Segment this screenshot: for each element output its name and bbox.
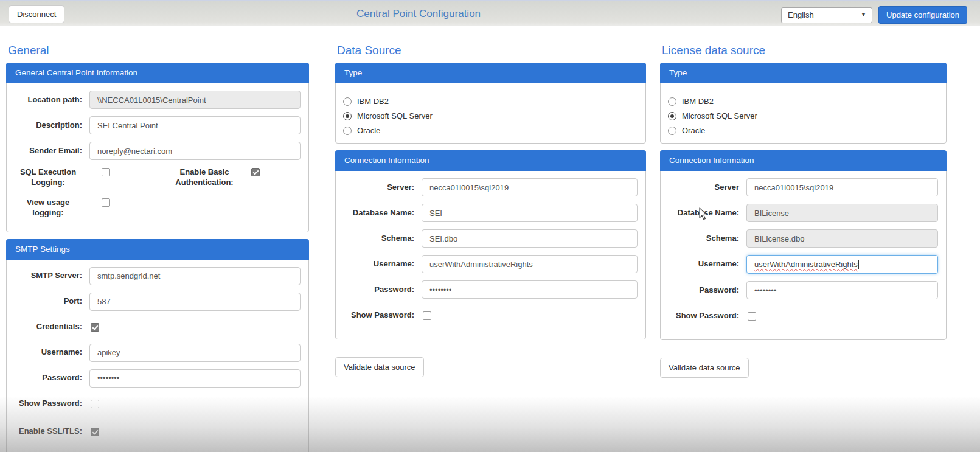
license-type-panel: Type IBM DB2 Microsoft SQL Server Oracle — [660, 63, 947, 144]
ds-database-name-input[interactable] — [422, 204, 638, 222]
license-type-option-mssql[interactable]: Microsoft SQL Server — [668, 111, 939, 120]
mssql-radio[interactable] — [343, 112, 352, 120]
license-data-source-heading: License data source — [662, 44, 947, 57]
data-source-type-option-ibm-db2[interactable]: IBM DB2 — [343, 97, 638, 106]
smtp-password-label: Password: — [14, 373, 82, 383]
text-caret — [858, 260, 859, 269]
lic-server-input[interactable] — [746, 178, 938, 196]
license-validate-data-source-button[interactable]: Validate data source — [660, 358, 749, 378]
ds-schema-input[interactable] — [422, 229, 638, 248]
smtp-server-input[interactable] — [89, 267, 301, 285]
location-path-label: Location path: — [14, 95, 82, 105]
mssql-radio-label: Microsoft SQL Server — [357, 111, 433, 120]
enable-basic-authentication-label: Enable Basic Authentication: — [169, 167, 240, 188]
description-input[interactable] — [89, 116, 301, 134]
smtp-username-label: Username: — [14, 347, 82, 358]
data-source-type-panel: Type IBM DB2 Microsoft SQL Server Oracle — [335, 63, 646, 144]
main-content: General General Central Point Informatio… — [0, 26, 980, 452]
enable-ssl-tls-checkbox[interactable] — [91, 428, 99, 436]
lic-username-value: userWithAdministrativeRights — [754, 260, 858, 269]
chevron-down-icon: ▼ — [861, 12, 866, 18]
smtp-password-input[interactable] — [89, 369, 301, 388]
smtp-show-password-label: Show Password: — [14, 398, 82, 409]
lic-password-label: Password: — [668, 285, 739, 296]
sender-email-input[interactable] — [89, 142, 301, 160]
credentials-label: Credentials: — [14, 322, 82, 332]
ds-show-password-label: Show Password: — [343, 310, 414, 321]
data-source-type-panel-title: Type — [335, 63, 646, 83]
sender-email-label: Sender Email: — [14, 146, 82, 156]
validate-data-source-button[interactable]: Validate data source — [335, 357, 424, 377]
sql-execution-logging-label: SQL Execution Logging: — [14, 167, 82, 188]
lic-username-input[interactable]: userWithAdministrativeRights — [746, 255, 938, 274]
license-ibm-db2-radio-label: IBM DB2 — [682, 97, 714, 106]
smtp-settings-panel: SMTP Settings SMTP Server: Port: Credent… — [6, 239, 309, 452]
general-heading: General — [8, 44, 309, 57]
lic-schema-label: Schema: — [668, 234, 739, 244]
view-usage-logging-label: View usage logging: — [14, 198, 82, 218]
topbar-right-controls: English ▼ Update configuration — [781, 6, 967, 24]
smtp-server-label: SMTP Server: — [14, 271, 82, 281]
data-source-type-option-mssql[interactable]: Microsoft SQL Server — [343, 111, 638, 120]
license-mssql-radio-label: Microsoft SQL Server — [682, 111, 757, 120]
lic-password-input[interactable] — [746, 281, 938, 299]
ds-password-label: Password: — [343, 285, 414, 295]
ds-password-input[interactable] — [422, 280, 638, 299]
general-column: General General Central Point Informatio… — [6, 44, 309, 452]
license-type-option-oracle[interactable]: Oracle — [668, 126, 939, 135]
smtp-settings-panel-title: SMTP Settings — [6, 239, 309, 260]
lic-username-label: Username: — [668, 259, 739, 269]
lic-show-password-checkbox[interactable] — [748, 312, 756, 321]
description-label: Description: — [14, 120, 82, 131]
data-source-type-option-oracle[interactable]: Oracle — [343, 126, 638, 135]
ds-username-label: Username: — [343, 259, 414, 269]
oracle-radio-label: Oracle — [357, 126, 380, 135]
lic-show-password-label: Show Password: — [668, 311, 739, 321]
license-mssql-radio[interactable] — [668, 112, 676, 120]
location-path-input[interactable] — [89, 91, 301, 109]
license-oracle-radio-label: Oracle — [682, 126, 705, 135]
ds-server-input[interactable] — [422, 178, 638, 196]
data-source-connection-panel-title: Connection Information — [335, 150, 646, 171]
data-source-heading: Data Source — [337, 44, 646, 57]
update-configuration-button[interactable]: Update configuration — [878, 6, 967, 24]
ds-username-input[interactable] — [422, 255, 638, 273]
smtp-show-password-checkbox[interactable] — [91, 400, 99, 408]
lic-schema-input[interactable] — [746, 229, 938, 248]
smtp-port-input[interactable] — [89, 293, 301, 311]
license-connection-panel-title: Connection Information — [660, 150, 947, 171]
license-type-panel-title: Type — [660, 63, 947, 83]
disconnect-button[interactable]: Disconnect — [9, 5, 64, 23]
general-info-panel-title: General Central Point Information — [6, 63, 309, 83]
smtp-username-input[interactable] — [89, 344, 301, 362]
ds-server-label: Server: — [343, 183, 414, 193]
data-source-connection-panel: Connection Information Server: Database … — [335, 150, 646, 339]
ibm-db2-radio[interactable] — [343, 97, 352, 106]
language-selected-value: English — [788, 10, 814, 19]
oracle-radio[interactable] — [343, 127, 352, 135]
ds-schema-label: Schema: — [343, 234, 414, 244]
sql-execution-logging-checkbox[interactable] — [102, 168, 110, 176]
license-type-option-ibm-db2[interactable]: IBM DB2 — [668, 97, 939, 106]
ds-database-name-label: Database Name: — [343, 208, 414, 218]
license-oracle-radio[interactable] — [668, 127, 676, 135]
license-connection-panel: Connection Information Server Database N… — [660, 150, 947, 340]
ds-show-password-checkbox[interactable] — [423, 311, 431, 320]
lic-server-label: Server — [668, 183, 739, 193]
top-bar: Disconnect Central Point Configuration E… — [0, 0, 980, 26]
license-ibm-db2-radio[interactable] — [668, 97, 676, 106]
credentials-checkbox[interactable] — [91, 323, 99, 332]
data-source-column: Data Source Type IBM DB2 Microsoft SQL S… — [335, 44, 646, 377]
general-info-panel: General Central Point Information Locati… — [6, 63, 309, 232]
lic-database-name-input[interactable] — [746, 204, 938, 222]
view-usage-logging-checkbox[interactable] — [102, 198, 110, 207]
license-data-source-column: License data source Type IBM DB2 Microso… — [660, 44, 947, 378]
page-title: Central Point Configuration — [356, 8, 481, 20]
language-select[interactable]: English ▼ — [781, 7, 872, 23]
enable-basic-authentication-checkbox[interactable] — [251, 168, 260, 176]
ibm-db2-radio-label: IBM DB2 — [357, 97, 389, 106]
smtp-port-label: Port: — [14, 296, 82, 307]
enable-ssl-tls-label: Enable SSL/TLS: — [14, 426, 82, 437]
lic-database-name-label: Database Name: — [668, 208, 739, 218]
